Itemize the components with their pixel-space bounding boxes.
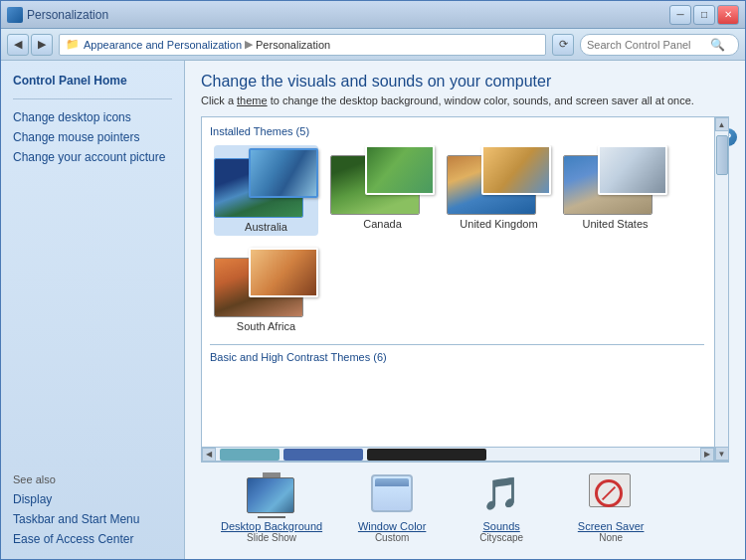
toolbar-screen-saver-label[interactable]: Screen Saver	[578, 520, 645, 532]
theme-united-kingdom[interactable]: United Kingdom	[447, 145, 551, 236]
theme-australia-label: Australia	[245, 221, 287, 233]
theme-south-africa[interactable]: South Africa	[214, 248, 318, 332]
breadcrumb-icon: 📁	[66, 38, 80, 51]
theme-area: Installed Themes (5)	[201, 116, 729, 462]
theme-section-divider	[210, 344, 704, 345]
sounds-icon: 🎵	[476, 471, 526, 516]
theme-canada-overlay-img	[365, 145, 435, 195]
theme-us-overlay-img	[598, 145, 667, 195]
desktop-bg-icon	[247, 471, 296, 516]
main-content: Control Panel Home Change desktop icons …	[1, 61, 745, 559]
window-title: Personalization	[27, 8, 108, 22]
scroll-thumb[interactable]	[716, 135, 728, 175]
close-button[interactable]: ✕	[717, 5, 739, 25]
theme-uk-overlay-img	[481, 145, 551, 195]
sounds-icon-glyph: 🎵	[481, 474, 521, 512]
australia-overlay-gradient	[251, 150, 316, 196]
sidebar-display[interactable]: Display	[13, 489, 172, 509]
hscroll-thumb-a[interactable]	[220, 449, 280, 461]
basic-themes-label: Basic and High Contrast Themes (6)	[210, 351, 704, 363]
theme-canada-label: Canada	[363, 218, 402, 230]
theme-underline: theme	[237, 94, 268, 106]
toolbar-window-color[interactable]: Window Color Custom	[352, 471, 432, 543]
toolbar-desktop-bg-sublabel: Slide Show	[247, 532, 296, 543]
scroll-down-button[interactable]: ▼	[715, 447, 729, 461]
hscroll-right-button[interactable]: ▶	[700, 448, 714, 462]
theme-us-label: United States	[582, 218, 648, 230]
sa-overlay-gradient	[251, 250, 316, 295]
us-overlay-gradient	[600, 147, 665, 193]
sidebar-ease-access[interactable]: Ease of Access Center	[13, 529, 172, 549]
refresh-button[interactable]: ⟳	[552, 34, 574, 56]
sidebar: Control Panel Home Change desktop icons …	[1, 61, 185, 559]
toolbar-screen-saver[interactable]: Screen Saver None	[571, 471, 651, 543]
theme-content: Australia	[210, 145, 720, 453]
toolbar-window-color-sublabel: Custom	[375, 532, 409, 543]
nav-buttons: ◀ ▶	[7, 34, 53, 56]
canada-overlay-gradient	[367, 147, 433, 193]
search-box[interactable]: 🔍	[580, 34, 739, 56]
title-bar: Personalization ─ □ ✕	[1, 1, 745, 29]
bottom-toolbar: Desktop Background Slide Show Window Col…	[201, 462, 729, 551]
window-color-icon	[367, 471, 417, 516]
sidebar-mouse-pointers[interactable]: Change mouse pointers	[13, 127, 172, 147]
theme-sa-overlay-img	[249, 248, 318, 297]
screen-saver-img	[589, 473, 633, 513]
breadcrumb[interactable]: 📁 Appearance and Personalization ▶ Perso…	[59, 34, 546, 56]
sidebar-see-also-label: See also	[13, 473, 172, 485]
vertical-scrollbar[interactable]: ▲ ▼	[714, 117, 728, 461]
toolbar-screen-saver-sublabel: None	[599, 532, 623, 543]
toolbar-desktop-bg[interactable]: Desktop Background Slide Show	[221, 471, 322, 543]
back-button[interactable]: ◀	[7, 34, 29, 56]
theme-canada-thumb	[330, 145, 435, 215]
hscroll-track[interactable]	[216, 448, 700, 462]
toolbar-desktop-bg-label[interactable]: Desktop Background	[221, 520, 322, 532]
scroll-up-button[interactable]: ▲	[715, 117, 729, 131]
main-window: Personalization ─ □ ✕ ◀ ▶ 📁 Appearance a…	[0, 0, 746, 560]
theme-australia[interactable]: Australia	[214, 145, 318, 236]
theme-sa-thumb	[214, 248, 318, 317]
sidebar-desktop-icons[interactable]: Change desktop icons	[13, 107, 172, 127]
theme-australia-overlay-img	[249, 148, 318, 198]
window-icon	[7, 7, 23, 23]
theme-grid: Australia	[210, 145, 704, 332]
breadcrumb-part2: Personalization	[256, 39, 330, 51]
toolbar-sounds-label[interactable]: Sounds	[482, 520, 519, 532]
breadcrumb-part1[interactable]: Appearance and Personalization	[84, 39, 242, 51]
sidebar-taskbar[interactable]: Taskbar and Start Menu	[13, 509, 172, 529]
window-color-img	[371, 474, 413, 512]
screen-saver-icon	[586, 471, 636, 516]
theme-sa-label: South Africa	[237, 320, 295, 332]
theme-united-states[interactable]: United States	[563, 145, 667, 236]
installed-themes-label: Installed Themes (5)	[210, 125, 720, 137]
maximize-button[interactable]: □	[693, 5, 715, 25]
theme-uk-thumb	[447, 145, 551, 215]
sidebar-divider-1	[13, 98, 172, 99]
panel-subtitle: Click a theme to change the desktop back…	[201, 94, 729, 106]
address-bar: ◀ ▶ 📁 Appearance and Personalization ▶ P…	[1, 29, 745, 61]
theme-us-thumb	[563, 145, 667, 215]
theme-uk-label: United Kingdom	[460, 218, 537, 230]
hscroll-thumb-b[interactable]	[283, 449, 363, 461]
uk-overlay-gradient	[483, 147, 549, 193]
forward-button[interactable]: ▶	[31, 34, 53, 56]
search-icon[interactable]: 🔍	[710, 38, 725, 52]
sidebar-account-picture[interactable]: Change your account picture	[13, 147, 172, 167]
sidebar-home[interactable]: Control Panel Home	[13, 71, 172, 91]
theme-australia-thumb	[214, 148, 318, 218]
breadcrumb-separator: ▶	[245, 38, 253, 51]
hscroll-left-button[interactable]: ◀	[202, 448, 216, 462]
search-input[interactable]	[587, 39, 706, 51]
horizontal-scrollbar[interactable]: ◀ ▶	[202, 447, 714, 461]
toolbar-window-color-label[interactable]: Window Color	[358, 520, 426, 532]
title-bar-buttons: ─ □ ✕	[669, 5, 739, 25]
panel-title: Change the visuals and sounds on your co…	[201, 73, 729, 91]
toolbar-sounds-sublabel: Cityscape	[479, 532, 523, 543]
title-bar-left: Personalization	[7, 7, 108, 23]
hscroll-thumb-c[interactable]	[367, 449, 486, 461]
right-panel: ? Change the visuals and sounds on your …	[185, 61, 745, 559]
scroll-track[interactable]	[715, 131, 729, 447]
minimize-button[interactable]: ─	[669, 5, 691, 25]
toolbar-sounds[interactable]: 🎵 Sounds Cityscape	[462, 471, 541, 543]
theme-canada[interactable]: Canada	[330, 145, 435, 236]
